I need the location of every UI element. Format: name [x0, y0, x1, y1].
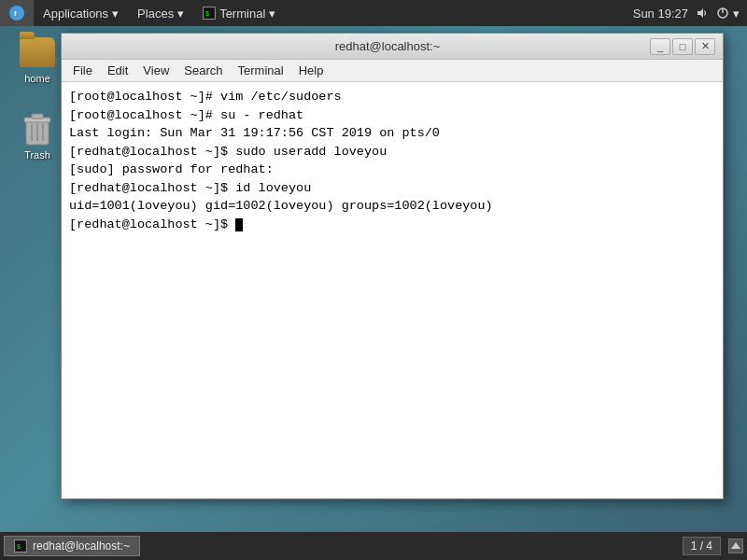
taskbar-right: Sun 19:27 ▾ [633, 7, 747, 21]
terminal-content[interactable]: [root@localhost ~]# vim /etc/sudoers[roo… [62, 82, 723, 498]
minimize-button[interactable]: _ [650, 38, 670, 55]
applications-menu[interactable]: Applications ▾ [34, 0, 128, 26]
scroll-up-button[interactable] [728, 539, 743, 553]
menu-view[interactable]: View [135, 62, 176, 79]
trash-icon[interactable]: Trash [9, 110, 65, 161]
terminal-cursor [235, 218, 243, 231]
svg-text:$: $ [17, 543, 21, 550]
taskbar-bottom: $ redhat@localhost:~ 1 / 4 [0, 532, 747, 560]
svg-marker-4 [698, 8, 703, 18]
volume-icon[interactable] [696, 7, 709, 20]
page-indicator: 1 / 4 [683, 537, 721, 555]
taskbar-bottom-right: 1 / 4 [683, 537, 743, 555]
terminal-window: redhat@localhost:~ _ □ ✕ File Edit View … [61, 33, 724, 499]
terminal-title: redhat@localhost:~ [125, 39, 650, 53]
fedora-icon: f [9, 6, 24, 21]
svg-text:f: f [14, 9, 17, 18]
menu-edit[interactable]: Edit [100, 62, 135, 79]
terminal-line: [redhat@localhost ~]$ id loveyou [69, 179, 715, 198]
terminal-line: uid=1001(loveyou) gid=1002(loveyou) grou… [69, 197, 715, 216]
home-icon[interactable]: home [9, 34, 65, 84]
terminal-menubar: File Edit View Search Terminal Help [62, 60, 723, 82]
menu-terminal[interactable]: Terminal [231, 62, 291, 79]
home-folder-icon [20, 37, 55, 67]
terminal-menu[interactable]: $ Terminal ▾ [193, 0, 285, 26]
fedora-logo[interactable]: f [0, 0, 34, 26]
terminal-line: [redhat@localhost ~]$ sudo useradd lovey… [69, 143, 715, 161]
svg-marker-15 [731, 542, 740, 549]
taskbar-terminal-icon: $ [14, 539, 27, 553]
svg-rect-9 [32, 114, 43, 119]
menu-search[interactable]: Search [176, 62, 230, 79]
desktop: f Applications ▾ Places ▾ $ Terminal ▾ [0, 0, 747, 560]
terminal-line: [redhat@localhost ~]$ [69, 216, 715, 234]
terminal-line: [root@localhost ~]# vim /etc/sudoers [69, 88, 715, 106]
taskbar-terminal-button[interactable]: $ redhat@localhost:~ [4, 536, 140, 556]
taskbar-left: f Applications ▾ Places ▾ $ Terminal ▾ [0, 0, 285, 26]
trash-can-icon [21, 111, 54, 147]
close-button[interactable]: ✕ [695, 38, 715, 55]
svg-text:$: $ [205, 10, 209, 17]
terminal-icon: $ [203, 7, 216, 20]
taskbar-bottom-left: $ redhat@localhost:~ [4, 536, 140, 556]
maximize-button[interactable]: □ [672, 38, 693, 55]
window-controls: _ □ ✕ [650, 38, 715, 55]
terminal-titlebar: redhat@localhost:~ _ □ ✕ [62, 34, 723, 60]
taskbar-top: f Applications ▾ Places ▾ $ Terminal ▾ [0, 0, 747, 26]
power-icon[interactable]: ▾ [716, 7, 740, 21]
clock: Sun 19:27 [633, 7, 688, 21]
terminal-line: Last login: Sun Mar 31 19:17:56 CST 2019… [69, 124, 715, 143]
terminal-line: [sudo] password for redhat: [69, 161, 715, 179]
terminal-line: [root@localhost ~]# su - redhat [69, 106, 715, 125]
desktop-icons: home Trash [9, 34, 65, 161]
menu-help[interactable]: Help [291, 62, 331, 79]
menu-file[interactable]: File [65, 62, 100, 79]
places-menu[interactable]: Places ▾ [128, 0, 193, 26]
